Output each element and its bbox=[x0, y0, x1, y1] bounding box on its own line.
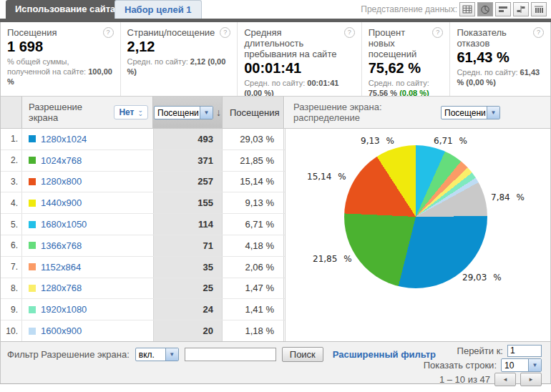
table-row: 8. 1280x768 25 1,47 % bbox=[1, 278, 285, 300]
dimension-column-header: Разрешение экрана Нет ⌄⌄ bbox=[22, 97, 153, 128]
pie-callout-label: 6,71 % bbox=[434, 136, 467, 146]
metric-title: Средняя длительность пребывания на сайте bbox=[244, 27, 341, 59]
legend-color-swatch bbox=[29, 306, 36, 313]
row-dimension: 1280x800 bbox=[22, 172, 153, 192]
table-view-icon[interactable] bbox=[459, 2, 475, 16]
resolution-link[interactable]: 1366x768 bbox=[41, 240, 82, 251]
filter-match-value: вкл. bbox=[136, 348, 165, 361]
metric-subtitle: Средн. по сайту: 75,56 % (0,08 %) bbox=[369, 78, 444, 96]
metrics-panel: Посещения ? 1 698 % общей суммы, получен… bbox=[1, 22, 550, 96]
resolution-link[interactable]: 1600x900 bbox=[41, 325, 82, 336]
pie-callout-label: 7,84 % bbox=[491, 192, 525, 202]
help-icon[interactable]: ? bbox=[103, 27, 114, 38]
pie-callout-label: 29,03 % bbox=[462, 273, 502, 283]
resolution-link[interactable]: 1024x768 bbox=[41, 155, 82, 166]
row-rank: 10. bbox=[1, 320, 22, 341]
row-visits: 20 bbox=[153, 320, 223, 341]
row-dimension: 1366x768 bbox=[22, 235, 153, 256]
visits-column-header: Посещения bbox=[223, 97, 284, 128]
row-rank: 5. bbox=[1, 214, 22, 235]
visits-header-label: Посещения bbox=[230, 107, 280, 118]
metric-title: Показатель отказов bbox=[457, 27, 530, 49]
row-visits: 493 bbox=[153, 129, 223, 150]
resolution-link[interactable]: 1920x1080 bbox=[41, 304, 87, 315]
resolution-link[interactable]: 1280x800 bbox=[41, 176, 82, 187]
row-dimension: 1920x1080 bbox=[22, 299, 153, 320]
advanced-filter-link[interactable]: Расширенный фильтр bbox=[333, 349, 436, 360]
rows-per-page-label: Показать строки: bbox=[424, 360, 497, 371]
filter-match-select[interactable]: вкл. ▼ bbox=[135, 348, 179, 361]
row-visits: 35 bbox=[153, 257, 223, 278]
table-row: 4. 1440x900 155 9,13 % bbox=[1, 192, 285, 214]
goto-page-input[interactable] bbox=[507, 345, 542, 357]
dropdown-arrow-icon: ▼ bbox=[200, 107, 213, 119]
table-row: 10. 1600x900 20 1,18 % bbox=[1, 320, 285, 342]
resolution-link[interactable]: 1280x1024 bbox=[41, 134, 87, 144]
filter-input[interactable] bbox=[185, 348, 276, 361]
legend-color-swatch bbox=[29, 242, 36, 249]
resolution-link[interactable]: 1680x1050 bbox=[41, 219, 87, 230]
row-dimension: 1280x1024 bbox=[22, 129, 153, 150]
performance-view-icon[interactable] bbox=[495, 2, 511, 16]
row-visits: 155 bbox=[153, 192, 223, 213]
filter-label: Фильтр Разрешение экрана: bbox=[7, 349, 130, 360]
row-rank: 7. bbox=[1, 257, 22, 278]
pie-chart[interactable] bbox=[344, 145, 487, 288]
row-dimension: 1680x1050 bbox=[22, 214, 153, 235]
metric-title: Процент новых посещений bbox=[369, 27, 430, 59]
resolution-link[interactable]: 1152x864 bbox=[41, 262, 81, 273]
pivot-view-icon[interactable] bbox=[531, 2, 547, 16]
row-percent: 1,18 % bbox=[223, 320, 284, 341]
row-percent: 6,71 % bbox=[223, 214, 284, 235]
comparison-view-icon[interactable] bbox=[513, 2, 529, 16]
filter-bar: Фильтр Разрешение экрана: вкл. ▼ Поиск Р… bbox=[7, 347, 436, 362]
resolution-link[interactable]: 1440x900 bbox=[41, 197, 82, 208]
chart-metric-select[interactable]: Посещени ▼ bbox=[441, 106, 500, 119]
metric-subtitle: Средн. по сайту: 2,12 (0,00 %) bbox=[127, 57, 231, 77]
pie-chart-area: 9,13 %6,71 %15,14 %7,84 %21,85 %29,03 % bbox=[285, 129, 550, 342]
secondary-dimension-dropdown[interactable]: Нет ⌄⌄ bbox=[114, 105, 148, 119]
secondary-dimension-value: Нет bbox=[119, 107, 134, 117]
help-icon[interactable]: ? bbox=[533, 27, 544, 38]
report-widget: Посещения ? 1 698 % общей суммы, получен… bbox=[0, 22, 551, 384]
tab-site-usage[interactable]: Использование сайта bbox=[6, 0, 125, 19]
tab-goal-set-1[interactable]: Набор целей 1 bbox=[114, 0, 202, 19]
chart-header-label: Разрешение экрана: распределение bbox=[293, 102, 441, 123]
data-view-switcher: Представление данных: bbox=[361, 2, 547, 16]
legend-color-swatch bbox=[29, 221, 36, 228]
row-percent: 9,13 % bbox=[223, 192, 284, 213]
chart-metric-select-value: Посещени bbox=[442, 107, 487, 119]
row-dimension: 1280x768 bbox=[22, 278, 153, 299]
row-visits: 257 bbox=[153, 172, 223, 192]
row-visits: 24 bbox=[153, 299, 223, 320]
row-rank: 3. bbox=[1, 172, 22, 192]
table-footer: Фильтр Разрешение экрана: вкл. ▼ Поиск Р… bbox=[1, 341, 550, 383]
search-button[interactable]: Поиск bbox=[282, 347, 323, 362]
legend-color-swatch bbox=[29, 157, 36, 164]
table-header: Разрешение экрана Нет ⌄⌄ Посещени ▼ ↓ По… bbox=[1, 96, 550, 129]
previous-page-button[interactable]: ◂ bbox=[494, 373, 516, 386]
metric-value: 2,12 bbox=[127, 39, 231, 55]
next-page-button[interactable]: ▸ bbox=[520, 373, 542, 386]
pie-callout-label: 9,13 % bbox=[361, 136, 394, 146]
pie-callout-label: 21,85 % bbox=[313, 254, 352, 264]
row-percent: 4,18 % bbox=[223, 235, 284, 256]
help-icon[interactable]: ? bbox=[344, 27, 355, 38]
legend-color-swatch bbox=[29, 328, 36, 335]
help-icon[interactable]: ? bbox=[432, 27, 443, 38]
row-dimension: 1024x768 bbox=[22, 150, 153, 171]
resolution-link[interactable]: 1280x768 bbox=[41, 283, 82, 293]
row-percent: 2,06 % bbox=[223, 257, 284, 278]
double-chevron-icon: ⌄⌄ bbox=[137, 109, 143, 116]
sort-descending-icon[interactable]: ↓ bbox=[216, 107, 221, 118]
rows-per-page-select[interactable]: 10 ▼ bbox=[501, 358, 542, 372]
pie-view-icon[interactable] bbox=[477, 2, 493, 16]
metric-card: Средняя длительность пребывания на сайте… bbox=[238, 22, 362, 96]
metric-select[interactable]: Посещени ▼ bbox=[154, 106, 213, 119]
metric-card: Показатель отказов ? 61,43 % Средн. по с… bbox=[450, 22, 550, 96]
metric-subtitle: Средн. по сайту: 61,43 % (0,00 %) bbox=[457, 67, 544, 87]
goto-label: Перейти к: bbox=[457, 346, 503, 356]
legend-color-swatch bbox=[29, 178, 36, 185]
help-icon[interactable]: ? bbox=[220, 27, 230, 38]
metric-column-header: Посещени ▼ ↓ bbox=[153, 97, 223, 128]
